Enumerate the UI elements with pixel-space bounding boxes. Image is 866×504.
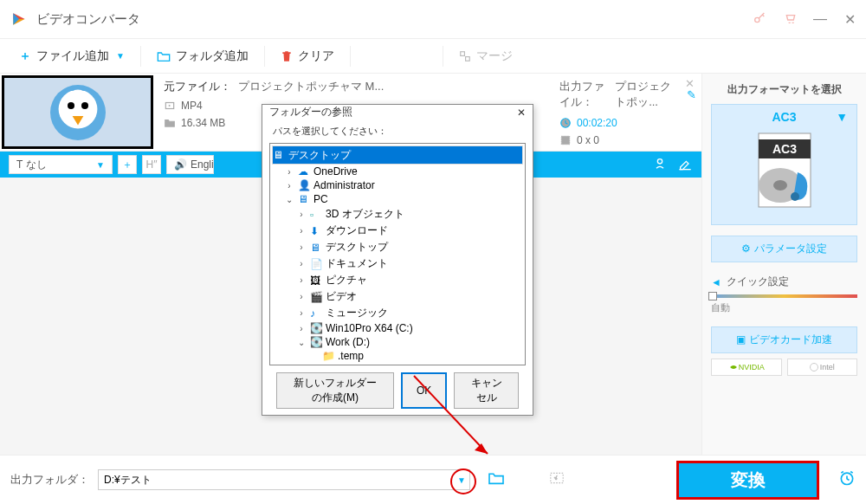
svg-rect-1	[461, 51, 465, 55]
path-dropdown-icon[interactable]: ▼	[457, 475, 466, 485]
output-filename: プロジェクトポッ...	[615, 79, 676, 110]
cancel-button[interactable]: キャンセル	[454, 372, 519, 409]
tree-ddrive[interactable]: ⌄💽Work (D:)	[272, 335, 523, 349]
svg-point-6	[81, 102, 88, 109]
svg-point-0	[755, 17, 759, 22]
edit-video-icon[interactable]	[677, 157, 693, 173]
svg-point-5	[68, 102, 74, 109]
new-folder-button[interactable]: 新しいフォルダーの作成(M)	[276, 372, 394, 409]
folder-browse-dialog: フォルダーの参照 ✕ パスを選択してください： 🖥デスクトップ ›☁OneDri…	[262, 104, 533, 416]
tree-music[interactable]: ›♪ミュージック	[272, 305, 523, 321]
svg-rect-9	[561, 136, 569, 144]
ok-button[interactable]: OK	[401, 372, 447, 409]
open-folder-icon[interactable]	[548, 471, 565, 489]
output-format-header: 出力フォーマットを選択	[711, 82, 857, 97]
tree-temp[interactable]: 📁.temp	[272, 349, 523, 363]
remove-item-icon[interactable]: ✕	[685, 77, 695, 90]
add-subtitle-button[interactable]: ＋	[118, 155, 137, 174]
close-button[interactable]: ✕	[844, 11, 856, 28]
format-card[interactable]: AC3▼ AC3	[711, 104, 857, 225]
alarm-icon[interactable]	[838, 469, 856, 491]
folder-tree[interactable]: 🖥デスクトップ ›☁OneDrive ›👤Administrator ⌄🖥PC …	[269, 143, 526, 365]
quick-settings-label: ◄クイック設定	[711, 275, 857, 289]
convert-button[interactable]: 変換	[676, 461, 819, 500]
gpu-accel-button[interactable]: ▣ビデオカード加速	[711, 326, 857, 353]
dialog-prompt: パスを選択してください：	[269, 125, 526, 138]
dimensions-value: 0 x 0	[577, 134, 599, 146]
dialog-title: フォルダーの参照	[269, 105, 352, 120]
nvidia-badge: NVIDIA	[711, 359, 782, 376]
key-icon[interactable]	[753, 11, 766, 28]
slider-label: 自動	[711, 301, 857, 314]
audio-select[interactable]: 🔊Engli	[166, 155, 214, 174]
quality-slider[interactable]	[711, 294, 857, 298]
tree-pc[interactable]: ⌄🖥PC	[272, 192, 523, 206]
add-folder-button[interactable]: フォルダ追加	[146, 44, 259, 68]
minimize-button[interactable]: —	[813, 11, 827, 28]
browse-folder-icon[interactable]	[488, 471, 505, 489]
cart-icon[interactable]	[784, 11, 798, 28]
output-path-input[interactable]: D:¥テスト ▼	[98, 469, 470, 490]
crop-icon[interactable]	[653, 157, 667, 173]
tree-downloads[interactable]: ›⬇ダウンロード	[272, 223, 523, 239]
tree-videos[interactable]: ›🎬ビデオ	[272, 288, 523, 305]
tree-desktop[interactable]: 🖥デスクトップ	[272, 145, 523, 165]
source-filename: プロジェクトポッチャマ M...	[238, 79, 384, 94]
tree-3dobjects[interactable]: ›▫3D オブジェクト	[272, 206, 523, 223]
parameter-settings-button[interactable]: ⚙パラメータ設定	[711, 236, 857, 262]
size-value: 16.34 MB	[181, 117, 225, 129]
dialog-close-icon[interactable]: ✕	[517, 107, 526, 119]
source-label: 元ファイル：	[164, 79, 231, 94]
video-thumbnail	[2, 75, 153, 149]
duration-value: 00:02:20	[577, 117, 617, 129]
tree-onedrive[interactable]: ›☁OneDrive	[272, 165, 523, 178]
format-value: MP4	[181, 100, 203, 112]
svg-point-16	[791, 192, 799, 201]
format-icon: AC3	[750, 129, 819, 215]
subtitle-select[interactable]: Tなし▼	[9, 155, 113, 174]
tree-admin[interactable]: ›👤Administrator	[272, 178, 523, 192]
tree-cdrive[interactable]: ›💽Win10Pro X64 (C:)	[272, 321, 523, 335]
add-file-button[interactable]: ＋ファイル追加▼	[9, 44, 135, 68]
app-title: ビデオコンバータ	[36, 11, 753, 28]
hardcode-button[interactable]: H″	[142, 155, 161, 174]
intel-badge: Intel	[787, 359, 858, 376]
tree-desktop2[interactable]: ›🖥デスクトップ	[272, 239, 523, 255]
output-folder-label: 出力フォルダ：	[10, 472, 89, 488]
tree-documents[interactable]: ›📄ドキュメント	[272, 255, 523, 272]
svg-rect-2	[465, 56, 469, 61]
tree-pictures[interactable]: ›🖼ピクチャ	[272, 272, 523, 288]
clear-button[interactable]: クリア	[270, 44, 345, 68]
app-logo	[10, 10, 28, 28]
svg-text:AC3: AC3	[772, 142, 796, 156]
merge-button: マージ	[449, 44, 523, 68]
output-label: 出力ファイル：	[559, 79, 608, 110]
svg-point-10	[657, 158, 662, 163]
svg-point-15	[773, 180, 787, 191]
